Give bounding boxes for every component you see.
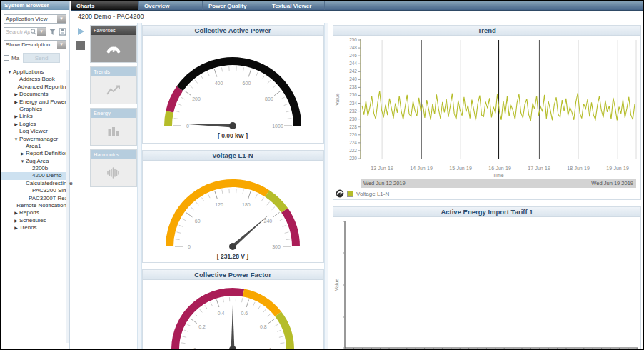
- trend-range-bar[interactable]: Wed Jun 12 2019 Wed Jun 19 2019: [361, 179, 636, 188]
- tree-right-arrow-icon[interactable]: ▶: [13, 121, 19, 128]
- svg-text:238: 238: [349, 84, 357, 89]
- chart-menu-label: Trends: [91, 67, 136, 76]
- tree-item-label: Advanced Reporting: [18, 84, 70, 91]
- tree-down-arrow-icon[interactable]: ▼: [19, 158, 26, 165]
- chart-menu-harmonics[interactable]: Harmonics: [90, 149, 137, 187]
- svg-text:[ 0.00 kW ]: [ 0.00 kW ]: [217, 132, 247, 139]
- legend-series-icon[interactable]: [336, 189, 344, 198]
- tree-item-log-viewer[interactable]: Log Viewer: [1, 128, 69, 135]
- tree-right-arrow-icon[interactable]: ▶: [13, 209, 19, 216]
- tree-item-label: Area1: [26, 143, 41, 150]
- tree-item-4200-demo[interactable]: 4200 Demo: [1, 172, 69, 179]
- chevron-down-icon[interactable]: ▼: [57, 15, 66, 23]
- tree-item-area1[interactable]: Area1: [1, 143, 69, 150]
- legend-color-swatch: [347, 191, 353, 197]
- svg-text:180: 180: [242, 202, 251, 207]
- svg-text:234: 234: [349, 101, 357, 106]
- gauge-icon: [91, 35, 136, 62]
- bars-icon: [91, 118, 136, 145]
- tree-item-powermanager[interactable]: ▼Powermanager: [1, 136, 69, 143]
- tab-textual-viewer[interactable]: Textual Viewer: [266, 1, 325, 10]
- chevron-down-icon[interactable]: ▼: [57, 41, 66, 49]
- tab-overview[interactable]: Overview: [139, 1, 203, 10]
- tree-item-pac3200-sim[interactable]: PAC3200 Sim: [1, 187, 69, 194]
- content-area: FavoritesTrendsEnergyHarmonics Collectiv…: [71, 23, 643, 349]
- energy-panel-title: Active Energy Import Tariff 1: [333, 207, 640, 217]
- tree-item-label: Schedules: [19, 217, 46, 224]
- chevron-down-icon[interactable]: ▼: [37, 28, 46, 36]
- tree-scrollbar[interactable]: [66, 70, 69, 343]
- trend-x-axis-title: Time: [333, 173, 640, 179]
- tree-item-label: Log Viewer: [19, 128, 48, 135]
- filter-icon[interactable]: [49, 28, 56, 36]
- tree-item-calculatedrestince[interactable]: Calculatedrestince: [1, 180, 69, 187]
- tree-item-2200b[interactable]: 2200b: [1, 165, 69, 172]
- tree-right-arrow-icon[interactable]: ▶: [13, 91, 19, 98]
- chart-menu-label: Harmonics: [91, 150, 136, 159]
- main-area: ChartsOverviewPower QualityTextual Viewe…: [71, 1, 643, 349]
- svg-text:232: 232: [349, 109, 357, 114]
- tree-item-documents[interactable]: ▶Documents: [1, 91, 69, 98]
- tree-item-zug-area[interactable]: ▼Zug Area: [1, 158, 69, 165]
- tree-item-reports[interactable]: ▶Reports: [1, 209, 69, 216]
- svg-text:246: 246: [349, 53, 357, 58]
- tree-item-report-definition[interactable]: ▶Report Definition: [1, 150, 69, 157]
- chart-menu-favorites[interactable]: Favorites: [90, 25, 137, 63]
- energy-panel: Active Energy Import Tariff 1 Value: [333, 206, 641, 350]
- tree-right-arrow-icon[interactable]: ▶: [13, 113, 19, 120]
- legend-series-label: Voltage L1-N: [356, 191, 389, 197]
- chart-menu-trends[interactable]: Trends: [90, 66, 137, 104]
- tree-right-arrow-icon[interactable]: ▶: [13, 224, 19, 231]
- tree-item-trends[interactable]: ▶Trends: [1, 224, 69, 231]
- range-start-label: Wed Jun 12 2019: [363, 179, 406, 188]
- tab-power-quality[interactable]: Power Quality: [203, 1, 266, 10]
- application-view-dropdown[interactable]: Application View ▼: [4, 14, 66, 24]
- stop-button[interactable]: [76, 41, 85, 50]
- search-icon: [30, 28, 37, 36]
- play-button[interactable]: [78, 28, 84, 35]
- x-tick-label: 14-Jun-19: [406, 166, 437, 171]
- tree-right-arrow-icon[interactable]: ▶: [19, 150, 26, 157]
- x-tick-label: 17-Jun-19: [523, 166, 555, 171]
- svg-text:244: 244: [349, 61, 357, 66]
- send-button[interactable]: Send: [23, 53, 60, 63]
- checkbox[interactable]: [4, 55, 9, 61]
- tree-right-arrow-icon[interactable]: ▶: [13, 99, 19, 106]
- tree-item-schedules[interactable]: ▶Schedules: [1, 217, 69, 224]
- svg-text:1: 1: [269, 347, 272, 350]
- tab-charts[interactable]: Charts: [71, 1, 139, 10]
- svg-text:222: 222: [349, 148, 357, 153]
- search-input[interactable]: Search Applic ▼: [4, 27, 46, 36]
- tree-item-logics[interactable]: ▶Logics: [1, 121, 69, 128]
- trend-panel-title: Trend: [333, 26, 640, 36]
- gauge-title: Collective Active Power: [143, 26, 323, 36]
- tree-item-label: Documents: [19, 91, 48, 98]
- tree-item-applications[interactable]: ▼Applications: [1, 69, 69, 76]
- x-tick-label: 18-Jun-19: [563, 166, 594, 171]
- tree-down-arrow-icon[interactable]: ▼: [13, 136, 19, 143]
- tree-item-address-book[interactable]: Address Book: [1, 76, 69, 83]
- save-icon[interactable]: [59, 28, 66, 36]
- sidebar-controls: Application View ▼ Search Applic ▼: [1, 10, 69, 66]
- show-description-dropdown[interactable]: Show Description ▼: [4, 40, 66, 49]
- svg-text:240: 240: [263, 219, 272, 224]
- tree-item-remote-notifications[interactable]: Remote Notifications: [1, 202, 69, 209]
- tab-bar: ChartsOverviewPower QualityTextual Viewe…: [71, 1, 643, 11]
- app-window: System Browser Application View ▼ Search…: [0, 0, 644, 350]
- tree-item-graphics[interactable]: Graphics: [1, 106, 69, 113]
- svg-text:242: 242: [349, 69, 357, 74]
- tree-item-energy-and-power[interactable]: ▶Energy and Power: [1, 99, 69, 106]
- tree-right-arrow-icon[interactable]: ▶: [13, 217, 19, 224]
- chart-menu-energy[interactable]: Energy: [90, 108, 137, 146]
- tree-item-links[interactable]: ▶Links: [1, 113, 69, 120]
- trend-x-axis-labels: 13-Jun-1914-Jun-1915-Jun-1916-Jun-1917-J…: [333, 166, 640, 173]
- tree-item-advanced-reporting[interactable]: Advanced Reporting: [1, 84, 69, 91]
- tree-down-arrow-icon[interactable]: ▼: [6, 69, 13, 76]
- svg-text:600: 600: [242, 81, 251, 86]
- svg-text:0.4: 0.4: [217, 311, 224, 316]
- tree-item-pac3200t-real[interactable]: PAC3200T Real: [1, 195, 69, 202]
- tree-item-label: Energy and Power: [19, 99, 66, 106]
- svg-text:200: 200: [192, 96, 201, 101]
- svg-text:228: 228: [349, 124, 357, 129]
- tree-item-label: Zug Area: [26, 158, 49, 165]
